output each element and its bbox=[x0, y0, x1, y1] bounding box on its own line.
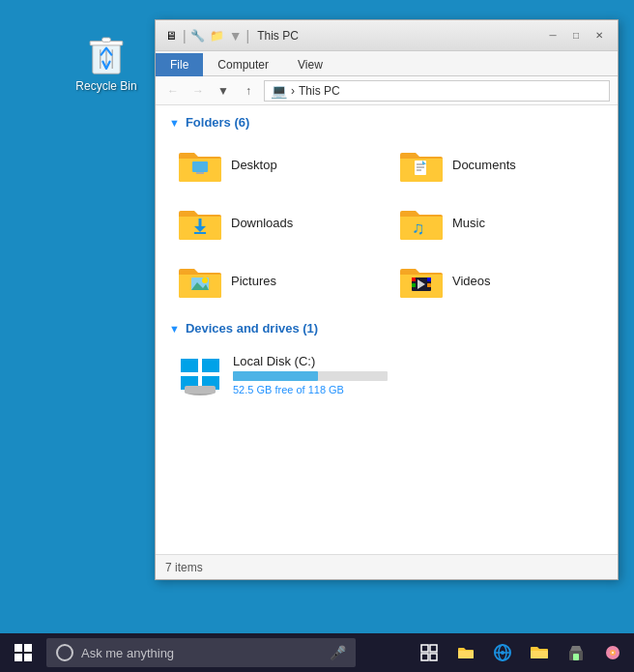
svg-rect-6 bbox=[102, 38, 111, 42]
path-text: This PC bbox=[299, 84, 340, 98]
status-bar: 7 items bbox=[156, 554, 618, 579]
drive-c[interactable]: Local Disk (C:) 52.5 GB free of 118 GB bbox=[169, 345, 604, 403]
folder-videos[interactable]: Videos bbox=[390, 255, 604, 306]
desktop: Recycle Bin 🖥 | 🔧 📁 ▼ | This PC ─ □ ✕ Fi… bbox=[0, 0, 634, 633]
drive-c-bar-bg bbox=[233, 371, 388, 381]
svg-rect-30 bbox=[185, 386, 216, 394]
ribbon-tabs: File Computer View bbox=[156, 51, 618, 76]
documents-label: Documents bbox=[452, 158, 516, 172]
svg-point-47 bbox=[612, 652, 614, 654]
svg-rect-36 bbox=[430, 645, 437, 652]
title-text: This PC bbox=[257, 29, 299, 43]
title-bar-icons: 🖥 | 🔧 📁 ▼ | This PC bbox=[163, 28, 536, 44]
folder-grid: Desktop bbox=[169, 139, 604, 306]
folder-button[interactable] bbox=[522, 633, 557, 672]
file-explorer-button[interactable] bbox=[448, 633, 483, 672]
folders-section-header: ▼ Folders (6) bbox=[169, 115, 604, 130]
file-explorer-icon bbox=[457, 644, 475, 661]
start-button[interactable] bbox=[4, 633, 43, 672]
svg-rect-8 bbox=[196, 172, 204, 174]
task-view-button[interactable] bbox=[412, 633, 447, 672]
monitor-icon: 🖥 bbox=[163, 28, 179, 44]
desktop-folder-icon bbox=[177, 145, 223, 184]
svg-rect-32 bbox=[24, 644, 32, 652]
search-circle-icon bbox=[56, 644, 73, 661]
recent-button[interactable]: ▼ bbox=[214, 81, 233, 101]
drive-c-info: Local Disk (C:) 52.5 GB free of 118 GB bbox=[233, 354, 388, 395]
taskbar: Ask me anything 🎤 bbox=[0, 633, 634, 672]
recycle-bin[interactable]: Recycle Bin bbox=[72, 29, 140, 93]
search-bar[interactable]: Ask me anything 🎤 bbox=[46, 638, 356, 667]
close-button[interactable]: ✕ bbox=[589, 26, 610, 45]
pictures-label: Pictures bbox=[231, 274, 276, 288]
folders-title: Folders (6) bbox=[186, 115, 249, 130]
svg-rect-37 bbox=[421, 654, 428, 660]
search-placeholder: Ask me anything bbox=[81, 646, 174, 660]
music-label: Music bbox=[452, 216, 485, 230]
svg-rect-22 bbox=[427, 278, 431, 281]
internet-explorer-icon bbox=[493, 643, 512, 662]
svg-rect-44 bbox=[573, 654, 579, 660]
folders-arrow-icon: ▼ bbox=[169, 117, 180, 129]
folder-desktop[interactable]: Desktop bbox=[169, 139, 383, 190]
videos-folder-icon bbox=[398, 261, 445, 300]
explorer-window: 🖥 | 🔧 📁 ▼ | This PC ─ □ ✕ File Computer … bbox=[155, 19, 619, 580]
up-button[interactable]: ↑ bbox=[239, 81, 258, 101]
recycle-bin-label: Recycle Bin bbox=[75, 79, 136, 93]
folder-downloads[interactable]: Downloads bbox=[169, 197, 383, 248]
paint-button[interactable] bbox=[595, 633, 630, 672]
minimize-button[interactable]: ─ bbox=[542, 26, 563, 45]
address-bar: ← → ▼ ↑ 💻 › This PC bbox=[156, 76, 618, 105]
desktop-label: Desktop bbox=[231, 158, 277, 172]
svg-rect-33 bbox=[14, 654, 22, 661]
folder-icon bbox=[530, 644, 549, 661]
microphone-icon[interactable]: 🎤 bbox=[330, 645, 346, 660]
drives-section-header: ▼ Devices and drives (1) bbox=[169, 321, 604, 336]
paint-icon bbox=[604, 644, 621, 661]
maximize-button[interactable]: □ bbox=[565, 26, 587, 45]
content-area: ▼ Folders (6) Desktop bbox=[156, 105, 618, 554]
path-icon: 💻 bbox=[271, 83, 287, 99]
tab-computer[interactable]: Computer bbox=[203, 53, 283, 75]
recycle-bin-icon bbox=[83, 29, 130, 75]
svg-rect-34 bbox=[24, 654, 32, 661]
drive-c-icon bbox=[177, 351, 223, 397]
task-view-icon bbox=[420, 644, 438, 661]
svg-point-18 bbox=[202, 278, 208, 283]
folder-pictures[interactable]: Pictures bbox=[169, 255, 383, 306]
internet-explorer-button[interactable] bbox=[485, 633, 520, 672]
folder-documents[interactable]: Documents bbox=[390, 139, 604, 190]
drives-arrow-icon: ▼ bbox=[169, 323, 180, 335]
windows-logo-icon bbox=[14, 643, 33, 662]
store-icon bbox=[567, 644, 585, 661]
tab-file[interactable]: File bbox=[156, 53, 203, 76]
items-count: 7 items bbox=[165, 561, 203, 574]
music-folder-icon: ♫ bbox=[398, 203, 445, 242]
taskbar-icons bbox=[412, 633, 630, 672]
videos-label: Videos bbox=[452, 274, 491, 288]
folder-music[interactable]: ♫ Music bbox=[390, 197, 604, 248]
window-controls: ─ □ ✕ bbox=[542, 26, 610, 45]
svg-rect-35 bbox=[421, 645, 428, 652]
back-button[interactable]: ← bbox=[163, 81, 183, 101]
downloads-folder-icon bbox=[177, 203, 223, 242]
folder-icon: 📁 bbox=[210, 28, 225, 44]
address-path[interactable]: 💻 › This PC bbox=[264, 80, 610, 102]
svg-rect-21 bbox=[412, 283, 416, 287]
store-button[interactable] bbox=[559, 633, 593, 672]
drive-c-bar-fill bbox=[233, 371, 318, 381]
svg-rect-25 bbox=[181, 359, 198, 372]
svg-rect-38 bbox=[430, 654, 437, 660]
tools-icon: 🔧 bbox=[190, 28, 206, 44]
svg-rect-20 bbox=[412, 278, 416, 281]
svg-rect-23 bbox=[427, 283, 431, 287]
svg-point-42 bbox=[501, 651, 504, 655]
forward-button[interactable]: → bbox=[188, 81, 208, 101]
title-bar: 🖥 | 🔧 📁 ▼ | This PC ─ □ ✕ bbox=[156, 20, 618, 51]
svg-rect-7 bbox=[192, 161, 208, 172]
downloads-label: Downloads bbox=[231, 216, 293, 230]
drive-c-space: 52.5 GB free of 118 GB bbox=[233, 384, 388, 395]
tab-view[interactable]: View bbox=[283, 53, 337, 75]
svg-text:♫: ♫ bbox=[412, 219, 425, 238]
path-separator: › bbox=[291, 84, 295, 98]
